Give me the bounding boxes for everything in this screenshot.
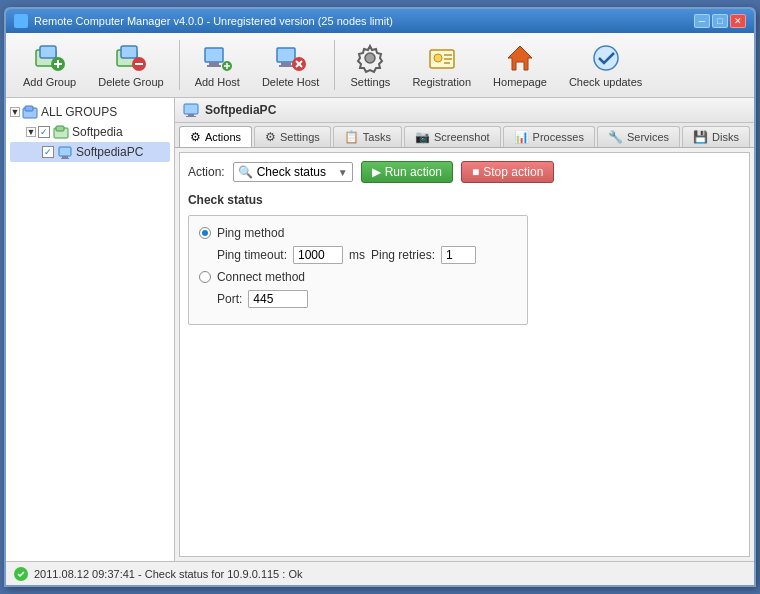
options-box: Ping method Ping timeout: ms Ping retrie… <box>188 215 528 325</box>
app-icon <box>14 14 28 28</box>
action-label: Action: <box>188 165 225 179</box>
svg-point-27 <box>594 46 618 70</box>
delete-host-icon <box>275 42 307 74</box>
check-updates-icon <box>590 42 622 74</box>
panel-header: SoftpediaPC <box>175 98 754 123</box>
run-label: Run action <box>385 165 442 179</box>
add-group-button[interactable]: Add Group <box>14 37 85 93</box>
port-input[interactable] <box>248 290 308 308</box>
homepage-icon <box>504 42 536 74</box>
window-title: Remote Computer Manager v4.0.0 - Unregis… <box>34 15 393 27</box>
run-action-button[interactable]: ▶ Run action <box>361 161 453 183</box>
delete-host-label: Delete Host <box>262 76 319 88</box>
svg-rect-29 <box>25 106 33 111</box>
ping-method-radio[interactable] <box>199 227 211 239</box>
delete-group-icon <box>115 42 147 74</box>
action-dropdown[interactable]: 🔍 Check status ▼ <box>233 162 353 182</box>
tab-actions[interactable]: ⚙ Actions <box>179 126 252 147</box>
connect-method-radio[interactable] <box>199 271 211 283</box>
ping-timeout-row: Ping timeout: ms Ping retries: <box>217 246 517 264</box>
tab-services-label: Services <box>627 131 669 143</box>
close-button[interactable]: ✕ <box>730 14 746 28</box>
toolbar-separator-1 <box>179 40 180 90</box>
settings-button[interactable]: Settings <box>341 37 399 93</box>
softpediapc-label: SoftpediaPC <box>76 145 143 159</box>
connect-method-label: Connect method <box>217 270 305 284</box>
tab-settings[interactable]: ⚙ Settings <box>254 126 331 147</box>
homepage-button[interactable]: Homepage <box>484 37 556 93</box>
registration-button[interactable]: Registration <box>403 37 480 93</box>
tree-expand-softpedia[interactable]: ▼ <box>26 127 36 137</box>
tab-services-icon: 🔧 <box>608 130 623 144</box>
panel-host-icon <box>183 102 199 118</box>
status-bar: 2011.08.12 09:37:41 - Check status for 1… <box>6 561 754 585</box>
add-group-label: Add Group <box>23 76 76 88</box>
title-controls[interactable]: ─ □ ✕ <box>694 14 746 28</box>
tab-tasks[interactable]: 📋 Tasks <box>333 126 402 147</box>
ping-method-row: Ping method <box>199 226 517 240</box>
ping-timeout-input[interactable] <box>293 246 343 264</box>
add-host-button[interactable]: Add Host <box>186 37 249 93</box>
tab-screenshot[interactable]: 📷 Screenshot <box>404 126 501 147</box>
tree-item-all-groups[interactable]: ▼ ALL GROUPS <box>10 102 170 122</box>
stop-label: Stop action <box>483 165 543 179</box>
minimize-button[interactable]: ─ <box>694 14 710 28</box>
tabs-bar: ⚙ Actions ⚙ Settings 📋 Tasks 📷 Screensho… <box>175 123 754 148</box>
delete-group-label: Delete Group <box>98 76 163 88</box>
connect-method-row: Connect method <box>199 270 517 284</box>
all-groups-label: ALL GROUPS <box>41 105 117 119</box>
stop-icon: ■ <box>472 165 479 179</box>
stop-action-button[interactable]: ■ Stop action <box>461 161 554 183</box>
run-icon: ▶ <box>372 165 381 179</box>
tab-processes[interactable]: 📊 Processes <box>503 126 595 147</box>
tab-processes-label: Processes <box>533 131 584 143</box>
tab-tasks-label: Tasks <box>363 131 391 143</box>
svg-rect-11 <box>207 65 221 67</box>
action-row: Action: 🔍 Check status ▼ ▶ Run action ■ … <box>188 161 741 183</box>
maximize-button[interactable]: □ <box>712 14 728 28</box>
all-groups-icon <box>22 104 38 120</box>
svg-rect-17 <box>279 65 293 67</box>
main-content: ▼ ALL GROUPS ▼ <box>6 98 754 561</box>
svg-rect-16 <box>281 62 291 65</box>
delete-group-button[interactable]: Delete Group <box>89 37 172 93</box>
check-updates-label: Check updates <box>569 76 642 88</box>
tab-disks-icon: 💾 <box>693 130 708 144</box>
tree-checkbox-softpedia[interactable] <box>38 126 50 138</box>
sidebar: ▼ ALL GROUPS ▼ <box>6 98 175 561</box>
tab-settings-icon: ⚙ <box>265 130 276 144</box>
port-row: Port: <box>217 290 517 308</box>
action-select-icon: 🔍 <box>238 165 253 179</box>
tab-services[interactable]: 🔧 Services <box>597 126 680 147</box>
svg-rect-10 <box>209 62 219 65</box>
port-label: Port: <box>217 292 242 306</box>
action-select-text: Check status <box>257 165 334 179</box>
tree-item-softpedia[interactable]: ▼ Softpedia <box>10 122 170 142</box>
tab-screenshot-icon: 📷 <box>415 130 430 144</box>
title-bar-left: Remote Computer Manager v4.0.0 - Unregis… <box>14 14 393 28</box>
tree-checkbox-softpediapc[interactable] <box>42 146 54 158</box>
delete-host-button[interactable]: Delete Host <box>253 37 328 93</box>
tab-actions-label: Actions <box>205 131 241 143</box>
ping-retries-label: Ping retries: <box>371 248 435 262</box>
tree-item-softpediapc[interactable]: SoftpediaPC <box>10 142 170 162</box>
add-host-label: Add Host <box>195 76 240 88</box>
softpediapc-icon <box>57 144 73 160</box>
svg-rect-35 <box>184 104 198 114</box>
svg-rect-37 <box>186 116 196 117</box>
registration-label: Registration <box>412 76 471 88</box>
registration-icon <box>426 42 458 74</box>
tab-disks[interactable]: 💾 Disks <box>682 126 750 147</box>
tab-processes-icon: 📊 <box>514 130 529 144</box>
action-dropdown-arrow: ▼ <box>338 167 348 178</box>
ping-retries-input[interactable] <box>441 246 476 264</box>
svg-rect-36 <box>188 114 194 116</box>
right-panel: SoftpediaPC ⚙ Actions ⚙ Settings 📋 Tasks… <box>175 98 754 561</box>
tree-expand-all-groups[interactable]: ▼ <box>10 107 20 117</box>
panel-host-name: SoftpediaPC <box>205 103 276 117</box>
add-host-icon <box>201 42 233 74</box>
settings-label: Settings <box>351 76 391 88</box>
check-updates-button[interactable]: Check updates <box>560 37 651 93</box>
toolbar-separator-2 <box>334 40 335 90</box>
title-bar: Remote Computer Manager v4.0.0 - Unregis… <box>6 9 754 33</box>
